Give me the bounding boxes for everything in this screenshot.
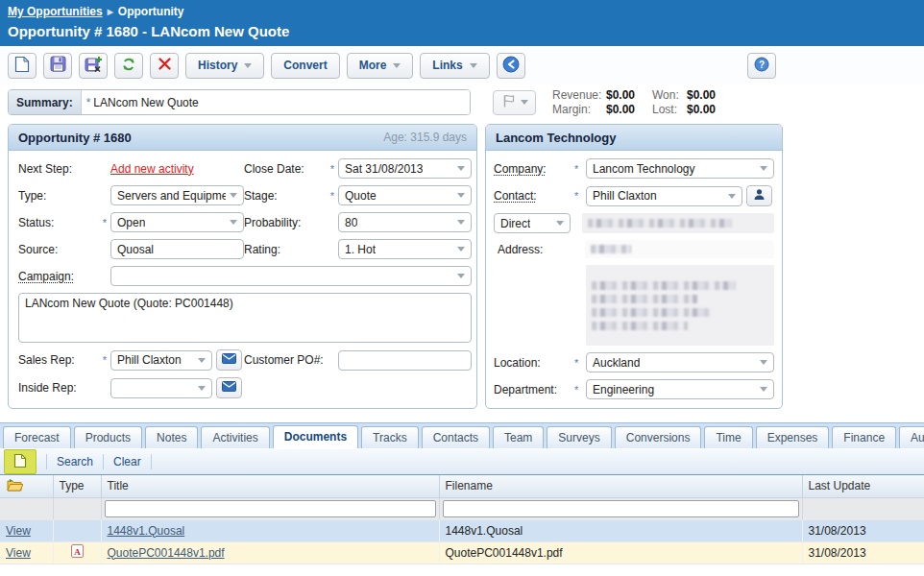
summary-row: Summary: * Revenue: $0.00 Won: $0.00 Mar…: [0, 84, 924, 122]
phone-type-select[interactable]: Direct: [494, 213, 571, 233]
next-step-label: Next Step:: [18, 162, 99, 176]
stage-label: Stage:: [244, 189, 327, 203]
convert-button-label: Convert: [283, 59, 327, 72]
convert-button[interactable]: Convert: [271, 53, 339, 79]
chevron-down-icon: [457, 220, 465, 225]
contact-label[interactable]: Contact:: [494, 189, 574, 203]
company-select[interactable]: Lancom Technology: [586, 158, 774, 179]
chevron-down-icon: [760, 387, 767, 392]
refresh-button[interactable]: [114, 53, 143, 79]
department-label: Department:: [494, 383, 574, 396]
tab-documents[interactable]: Documents: [273, 425, 358, 448]
title-filter-input[interactable]: [105, 500, 436, 517]
source-input[interactable]: [110, 239, 244, 259]
save-button[interactable]: [43, 53, 72, 79]
title-column-header[interactable]: Title: [101, 475, 439, 497]
more-button[interactable]: More: [347, 53, 414, 79]
customer-po-input[interactable]: [338, 350, 472, 371]
type-column-header[interactable]: Type: [53, 475, 101, 497]
filename-filter-input[interactable]: [443, 500, 799, 517]
add-document-button[interactable]: [4, 449, 36, 474]
summary-input[interactable]: [93, 90, 470, 114]
tab-products[interactable]: Products: [74, 426, 142, 448]
new-record-button[interactable]: [8, 53, 36, 79]
tab-activities[interactable]: Activities: [201, 426, 269, 448]
tab-expenses[interactable]: Expenses: [756, 426, 830, 448]
tab-surveys[interactable]: Surveys: [547, 426, 611, 448]
address-block-redacted: [586, 265, 774, 346]
table-row: View 1448v1.Quosal 1448v1.Quosal 31/08/2…: [0, 519, 924, 541]
new-document-icon: [13, 453, 27, 471]
status-select[interactable]: Open: [110, 212, 244, 232]
more-button-label: More: [359, 59, 387, 72]
open-contact-button[interactable]: [746, 185, 772, 206]
tab-audit-trail[interactable]: Audit Trail: [899, 426, 924, 448]
inside-rep-label: Inside Rep:: [18, 381, 99, 395]
open-folder-icon: [6, 481, 23, 494]
company-label[interactable]: Company:: [494, 162, 574, 176]
tab-tracks[interactable]: Tracks: [361, 426, 419, 448]
help-icon: ?: [754, 57, 769, 75]
required-marker: *: [574, 384, 586, 396]
history-button[interactable]: History: [185, 53, 264, 79]
chevron-down-icon: [470, 63, 477, 68]
campaign-select[interactable]: [110, 266, 472, 286]
campaign-label[interactable]: Campaign:: [18, 270, 99, 283]
company-panel-title: Lancom Technology: [496, 131, 616, 145]
chevron-down-icon: [760, 166, 767, 171]
document-title-link[interactable]: 1448v1.Quosal: [108, 524, 185, 538]
view-document-link[interactable]: View: [6, 546, 31, 560]
tab-contacts[interactable]: Contacts: [422, 426, 490, 448]
delete-button[interactable]: [150, 53, 179, 79]
rating-label: Rating:: [244, 243, 327, 256]
help-button[interactable]: ?: [747, 53, 776, 79]
stage-select[interactable]: Quote: [338, 185, 472, 205]
tab-finance[interactable]: Finance: [832, 426, 896, 448]
documents-clear-link[interactable]: Clear: [113, 455, 141, 468]
revenue-value: $0.00: [606, 88, 652, 102]
phone-number-redacted: [582, 213, 774, 233]
filename-column-header[interactable]: Filename: [439, 475, 802, 497]
sales-rep-select[interactable]: Phill Claxton: [110, 350, 212, 371]
table-row: View A QuotePC001448v1.pdf QuotePC001448…: [0, 541, 924, 564]
close-date-select[interactable]: Sat 31/08/2013: [338, 158, 472, 179]
chevron-down-icon: [457, 166, 465, 171]
documents-search-link[interactable]: Search: [57, 455, 93, 468]
tab-team[interactable]: Team: [493, 426, 544, 448]
location-label: Location:: [494, 356, 574, 370]
margin-value: $0.00: [606, 103, 652, 116]
view-document-link[interactable]: View: [6, 524, 31, 538]
required-marker: *: [574, 163, 586, 175]
last-update-column-header[interactable]: Last Update: [802, 475, 924, 497]
tab-conversions[interactable]: Conversions: [615, 426, 702, 448]
tab-forecast[interactable]: Forecast: [3, 426, 71, 448]
required-marker: *: [574, 357, 586, 369]
folder-column-header[interactable]: [0, 475, 53, 497]
location-select[interactable]: Auckland: [586, 352, 774, 372]
probability-select[interactable]: 80: [338, 212, 472, 232]
required-marker: *: [86, 96, 91, 109]
description-textarea[interactable]: LANcom New Quote (Quote: PC001448): [18, 293, 472, 343]
email-sales-rep-button[interactable]: [216, 349, 242, 371]
save-and-new-button[interactable]: [79, 53, 108, 79]
add-new-activity-link[interactable]: Add new activity: [110, 162, 244, 176]
document-title-link[interactable]: QuotePC001448v1.pdf: [108, 546, 225, 560]
tab-time[interactable]: Time: [704, 426, 752, 448]
back-button[interactable]: [497, 53, 525, 79]
contact-select[interactable]: Phill Claxton: [586, 186, 742, 206]
pdf-icon: A: [71, 547, 84, 561]
email-inside-rep-button[interactable]: [216, 377, 242, 398]
divider: [151, 454, 152, 469]
department-select[interactable]: Engineering: [586, 379, 774, 399]
breadcrumb-parent-link[interactable]: My Opportunities: [8, 5, 103, 18]
rating-select[interactable]: 1. Hot: [338, 239, 472, 259]
links-button[interactable]: Links: [420, 53, 489, 79]
chevron-down-icon: [457, 274, 465, 278]
flag-button[interactable]: [493, 90, 536, 115]
address-label: Address:: [494, 243, 573, 256]
chevron-down-icon: [230, 220, 237, 225]
tab-notes[interactable]: Notes: [145, 426, 198, 448]
probability-label: Probability:: [244, 216, 327, 229]
type-select[interactable]: Servers and Equipme: [110, 185, 244, 205]
inside-rep-select[interactable]: [110, 378, 212, 398]
